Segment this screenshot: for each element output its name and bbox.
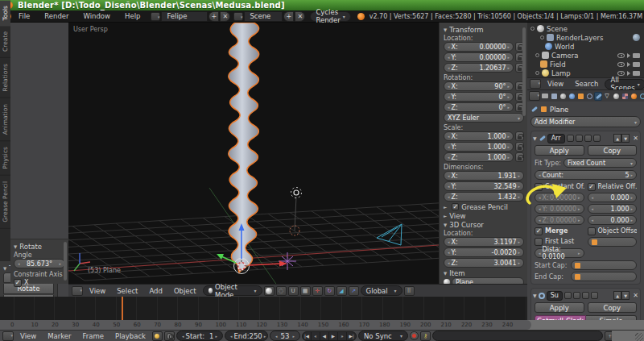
end-cap-field[interactable] bbox=[571, 272, 637, 281]
outliner-menu-search[interactable]: Search bbox=[570, 80, 603, 88]
menu-render[interactable]: Render bbox=[37, 10, 76, 23]
cursor-z-field[interactable]: Z:3.0041 bbox=[444, 258, 524, 268]
apply-button[interactable]: Apply bbox=[535, 302, 584, 313]
collapse-icon[interactable]: ▼ bbox=[533, 135, 537, 141]
jump-to-start-button[interactable]: |◀ bbox=[303, 332, 312, 340]
outliner-row-renderlayers[interactable]: RenderLayers bbox=[530, 33, 642, 42]
editor-type-outliner-icon[interactable] bbox=[530, 79, 541, 89]
viewport-menu-object[interactable]: Object bbox=[169, 287, 201, 295]
manipulator-rotate-toggle[interactable]: ↻ bbox=[324, 286, 335, 296]
viewport-menu-view[interactable]: View bbox=[85, 287, 110, 295]
tab-render-icon[interactable] bbox=[541, 92, 549, 101]
view-panel[interactable]: View bbox=[444, 211, 524, 220]
apply-button[interactable]: Apply bbox=[535, 145, 584, 156]
viewport-menu-add[interactable]: Add bbox=[144, 287, 167, 295]
object-offset-checkbox[interactable] bbox=[588, 227, 596, 235]
merge-checkbox[interactable] bbox=[535, 227, 543, 235]
screen-layout-name[interactable]: Felipe bbox=[161, 11, 208, 22]
scale-z-field[interactable]: Z:1.000 bbox=[444, 152, 514, 162]
first-last-checkbox[interactable] bbox=[535, 238, 543, 246]
cursor-y-field[interactable]: Y:-0.0020 bbox=[444, 247, 524, 257]
lock-icon[interactable] bbox=[515, 152, 524, 162]
copy-button[interactable]: Copy bbox=[588, 145, 638, 156]
constant-y-field[interactable]: Y:0.00000 bbox=[535, 204, 584, 214]
expand-icon[interactable] bbox=[535, 71, 539, 75]
timeline-menu-frame[interactable]: Frame bbox=[78, 332, 109, 340]
offset-object-field[interactable] bbox=[588, 237, 638, 247]
object-name-field[interactable]: Plane bbox=[452, 277, 524, 284]
menu-help[interactable]: Help bbox=[118, 10, 147, 23]
cage-toggle[interactable] bbox=[593, 135, 601, 142]
outliner-row-field[interactable]: Field bbox=[530, 60, 642, 69]
location-z-field[interactable]: Z:1.20637 bbox=[444, 63, 514, 73]
scene-selector-name[interactable]: Scene bbox=[244, 11, 283, 22]
constraint-x-checkbox[interactable] bbox=[14, 279, 22, 287]
copy-button[interactable]: Copy bbox=[588, 302, 638, 313]
keying-set-icon[interactable]: ⚷ bbox=[420, 331, 431, 341]
play-button[interactable]: ▶ bbox=[329, 332, 338, 340]
close-scene-button[interactable]: ✕ bbox=[295, 11, 305, 22]
breadcrumb-object-name[interactable]: Plane bbox=[550, 106, 568, 114]
modifier-name-field[interactable]: Arr bbox=[547, 134, 565, 143]
expand-icon[interactable] bbox=[530, 27, 535, 31]
angle-slider[interactable]: 85.673° bbox=[14, 259, 65, 268]
tab-scene-icon[interactable] bbox=[559, 92, 567, 101]
dimensions-y-field[interactable]: Y:32.549 bbox=[444, 181, 524, 191]
timeline-menu-playback[interactable]: Playback bbox=[110, 332, 151, 340]
location-y-field[interactable]: Y:0.00000 bbox=[444, 52, 514, 62]
tab-object-icon[interactable] bbox=[576, 92, 584, 101]
tab-grease-pencil[interactable]: Grease Pencil bbox=[0, 176, 10, 229]
cursor-panel-header[interactable]: 3D Cursor bbox=[444, 220, 524, 229]
relative-offset-checkbox[interactable] bbox=[588, 183, 596, 191]
tab-particles-icon[interactable] bbox=[630, 92, 638, 101]
tab-modifiers-icon[interactable] bbox=[594, 92, 602, 101]
outliner-row-scene[interactable]: Scene bbox=[530, 24, 642, 33]
jump-to-end-button[interactable]: ▶| bbox=[347, 332, 356, 340]
add-scene-button[interactable]: + bbox=[283, 11, 294, 22]
renderlayer-data-icon[interactable] bbox=[633, 34, 640, 41]
tab-render-layers-icon[interactable] bbox=[550, 92, 558, 101]
tab-texture-icon[interactable] bbox=[621, 92, 629, 101]
snap-element-select[interactable]: ▦ bbox=[300, 286, 311, 296]
selectability-toggle[interactable] bbox=[627, 71, 630, 76]
dimensions-z-field[interactable]: Z:1.432 bbox=[444, 192, 524, 202]
add-modifier-dropdown[interactable]: Add Modifier bbox=[530, 116, 641, 127]
merge-distance-slider[interactable]: Dista: 0.0100 bbox=[535, 248, 584, 258]
start-cap-field[interactable] bbox=[571, 260, 637, 270]
delete-modifier-button[interactable]: ✕ bbox=[633, 135, 638, 142]
expand-icon[interactable] bbox=[540, 35, 544, 40]
fit-type-select[interactable]: Fixed Count bbox=[564, 158, 637, 168]
selectability-toggle[interactable] bbox=[627, 62, 630, 67]
render-visibility-toggle[interactable] bbox=[567, 135, 574, 142]
render-visibility-toggle[interactable] bbox=[564, 292, 572, 299]
toolshelf-scrollbar[interactable] bbox=[64, 242, 67, 281]
manipulator-axis-icon[interactable]: ↗ bbox=[349, 286, 359, 296]
scale-x-field[interactable]: X:1.000 bbox=[444, 131, 514, 141]
editmode-toggle[interactable] bbox=[582, 292, 589, 299]
move-down-button[interactable]: ▼ bbox=[621, 134, 630, 143]
mode-select[interactable]: Object Mode bbox=[203, 285, 262, 296]
rotation-y-field[interactable]: Y:0° bbox=[444, 92, 514, 102]
viewport-3d[interactable]: User Persp (53) Plane bbox=[68, 23, 439, 284]
visibility-toggle[interactable] bbox=[617, 53, 625, 58]
viewport-visibility-toggle[interactable] bbox=[576, 135, 583, 142]
constant-z-field[interactable]: Z:0.00000 bbox=[535, 215, 584, 225]
relative-z-field[interactable]: 0.000 bbox=[588, 215, 638, 225]
render-engine-select[interactable]: Cycles Render bbox=[310, 11, 350, 22]
timeline-ruler[interactable]: 0102030405060708090100110120130140150160… bbox=[0, 320, 644, 330]
next-keyframe-button[interactable]: » bbox=[338, 332, 347, 340]
timeline-menu-view[interactable]: View bbox=[15, 332, 41, 340]
operator-panel-header[interactable]: Rotate bbox=[14, 242, 65, 251]
editor-type-3dview-icon[interactable] bbox=[72, 286, 83, 296]
move-up-button[interactable]: ▲ bbox=[613, 134, 621, 143]
preview-range-icon[interactable] bbox=[152, 331, 163, 341]
constant-x-field[interactable]: X:0.00000 bbox=[535, 193, 584, 202]
lock-time-icon[interactable] bbox=[164, 331, 175, 341]
rotation-z-field[interactable]: Z:0° bbox=[444, 102, 514, 112]
tab-relations[interactable]: Relations bbox=[0, 58, 10, 98]
viewport-shading-select[interactable] bbox=[264, 286, 275, 296]
pivot-point-select[interactable]: ◌ bbox=[276, 286, 287, 296]
cursor-x-field[interactable]: X:3.1197 bbox=[444, 237, 524, 247]
play-reverse-button[interactable]: ◀ bbox=[320, 332, 329, 340]
tab-create[interactable]: Create bbox=[0, 26, 10, 58]
